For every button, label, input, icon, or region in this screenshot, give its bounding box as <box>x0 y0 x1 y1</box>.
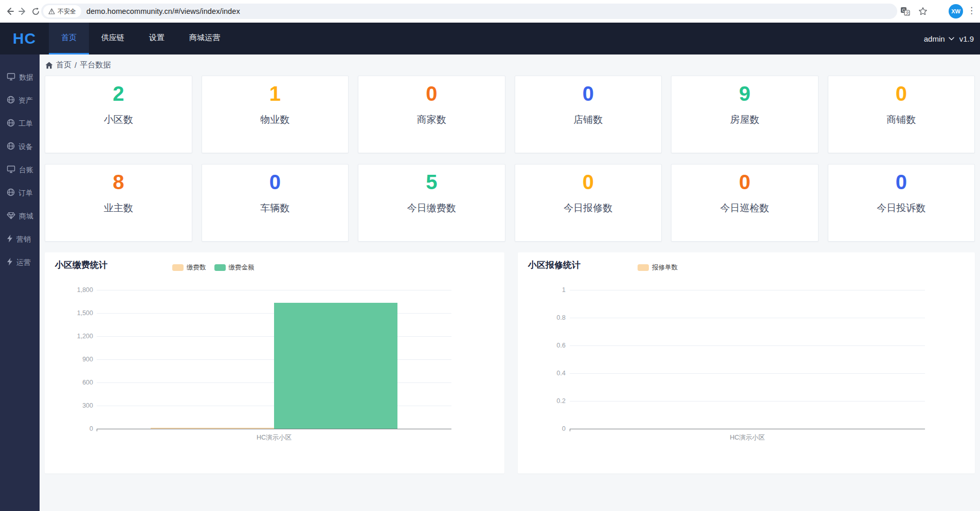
stat-label: 物业数 <box>260 113 289 126</box>
y-tick-label: 1,200 <box>45 333 93 340</box>
charts-row: 小区缴费统计缴费数缴费金额1,8001,5001,2009006003000HC… <box>40 252 980 473</box>
stat-label: 房屋数 <box>730 113 759 126</box>
stat-value: 0 <box>896 80 907 107</box>
stat-label: 商铺数 <box>886 113 916 126</box>
breadcrumb-current: 平台数据 <box>80 60 111 70</box>
stat-value: 9 <box>739 80 750 107</box>
globe-icon <box>7 142 15 152</box>
back-icon[interactable] <box>4 6 15 17</box>
gridline <box>570 290 925 290</box>
stat-value: 0 <box>269 169 281 195</box>
stat-label: 商家数 <box>417 113 446 126</box>
stat-card-商家数: 0商家数 <box>358 76 505 153</box>
stat-card-店铺数: 0店铺数 <box>515 76 662 153</box>
sidebar-item-营销[interactable]: 营销 <box>0 228 40 251</box>
y-tick-label: 600 <box>45 379 93 386</box>
legend-swatch <box>214 264 226 271</box>
globe-icon <box>7 119 15 129</box>
stat-card-今日巡检数: 0今日巡检数 <box>671 164 819 242</box>
legend-label: 报修单数 <box>652 263 678 272</box>
bolt-icon <box>7 234 13 244</box>
nav-tab-2[interactable]: 供应链 <box>89 23 137 54</box>
browser-profile-avatar[interactable]: XW <box>949 4 963 19</box>
stat-value: 1 <box>269 80 281 107</box>
gridline <box>570 318 925 318</box>
home-icon <box>45 62 53 69</box>
stat-label: 今日投诉数 <box>877 202 925 215</box>
browser-menu-icon[interactable]: ⋮ <box>967 5 976 16</box>
user-menu[interactable]: admin <box>924 34 954 43</box>
translate-icon[interactable]: G文 <box>899 6 911 17</box>
y-tick-label: 300 <box>45 402 93 409</box>
svg-text:文: 文 <box>905 11 910 15</box>
sidebar-item-运营[interactable]: 运营 <box>0 251 40 274</box>
bar-缴费金额 <box>274 303 397 429</box>
axis-tick <box>570 429 570 431</box>
stat-card-今日缴费数: 5今日缴费数 <box>358 164 505 242</box>
bookmark-star-icon[interactable] <box>917 6 929 17</box>
breadcrumb: 首页 / 平台数据 <box>40 54 980 76</box>
sidebar-item-台账[interactable]: 台账 <box>0 158 40 181</box>
y-tick-label: 1,800 <box>45 286 93 294</box>
stat-card-房屋数: 9房屋数 <box>671 76 819 153</box>
gridline <box>97 290 451 290</box>
stat-card-今日报修数: 0今日报修数 <box>515 164 662 242</box>
stat-label: 今日报修数 <box>564 202 612 215</box>
chart-title: 小区缴费统计 <box>55 259 107 271</box>
y-tick-label: 0.6 <box>518 342 566 349</box>
stat-label: 今日缴费数 <box>407 202 456 215</box>
y-tick-label: 0.8 <box>518 314 566 321</box>
stat-value: 2 <box>113 80 124 107</box>
sidebar-item-label: 订单 <box>19 189 33 198</box>
reload-icon[interactable] <box>30 6 41 17</box>
warning-icon <box>48 8 55 14</box>
monitor-icon <box>7 72 15 82</box>
sidebar-item-label: 工单 <box>19 119 33 129</box>
y-tick-label: 1,500 <box>45 309 93 317</box>
legend-item-缴费数[interactable]: 缴费数 <box>172 263 206 272</box>
sidebar-item-label: 资产 <box>19 96 33 105</box>
stat-card-今日投诉数: 0今日投诉数 <box>828 164 975 242</box>
legend-item-报修单数[interactable]: 报修单数 <box>638 263 678 272</box>
y-tick-label: 900 <box>45 356 93 363</box>
chart-legend: 报修单数 <box>638 263 678 272</box>
stat-label: 业主数 <box>104 202 133 215</box>
url-bar[interactable]: 不安全 demo.homecommunity.cn/#/views/index/… <box>41 4 897 19</box>
stat-card-物业数: 1物业数 <box>202 76 349 153</box>
stat-card-车辆数: 0车辆数 <box>202 164 349 242</box>
stat-label: 车辆数 <box>260 202 289 215</box>
forward-icon[interactable] <box>17 6 28 17</box>
stat-label: 小区数 <box>104 113 133 126</box>
bar-缴费数 <box>151 428 274 429</box>
stat-value: 0 <box>739 169 750 195</box>
sidebar-item-设备[interactable]: 设备 <box>0 135 40 158</box>
stat-value: 0 <box>583 169 594 195</box>
y-tick-label: 1 <box>518 286 566 294</box>
sidebar-item-订单[interactable]: 订单 <box>0 181 40 205</box>
sidebar-item-数据[interactable]: 数据 <box>0 66 40 89</box>
security-chip[interactable]: 不安全 <box>43 5 81 17</box>
breadcrumb-home[interactable]: 首页 <box>56 60 71 70</box>
app-version: v1.9 <box>959 34 974 43</box>
x-axis-category-label: HC演示小区 <box>696 433 799 442</box>
chart-card-小区缴费统计: 小区缴费统计缴费数缴费金额1,8001,5001,2009006003000HC… <box>45 252 504 473</box>
sidebar-item-资产[interactable]: 资产 <box>0 89 40 112</box>
bolt-icon <box>7 258 13 267</box>
main-content: 首页 / 平台数据 2小区数1物业数0商家数0店铺数9房屋数0商铺数8业主数0车… <box>40 54 980 511</box>
globe-icon <box>7 96 15 105</box>
gridline <box>570 373 925 374</box>
nav-tab-3[interactable]: 设置 <box>137 23 177 54</box>
sidebar-item-工单[interactable]: 工单 <box>0 112 40 135</box>
y-tick-label: 0 <box>45 425 93 432</box>
sidebar-item-label: 运营 <box>16 258 31 267</box>
stat-value: 0 <box>426 80 437 107</box>
stat-value: 0 <box>896 169 907 195</box>
nav-tab-1[interactable]: 首页 <box>49 23 89 54</box>
chevron-down-icon <box>949 37 954 41</box>
nav-tab-4[interactable]: 商城运营 <box>177 23 232 54</box>
stat-label: 今日巡检数 <box>720 202 769 215</box>
chart-card-小区报修统计: 小区报修统计报修单数10.80.60.40.20HC演示小区 <box>518 252 975 473</box>
sidebar-item-商城[interactable]: 商城 <box>0 205 40 228</box>
app-logo[interactable]: HC <box>0 23 49 54</box>
legend-item-缴费金额[interactable]: 缴费金额 <box>214 263 255 272</box>
